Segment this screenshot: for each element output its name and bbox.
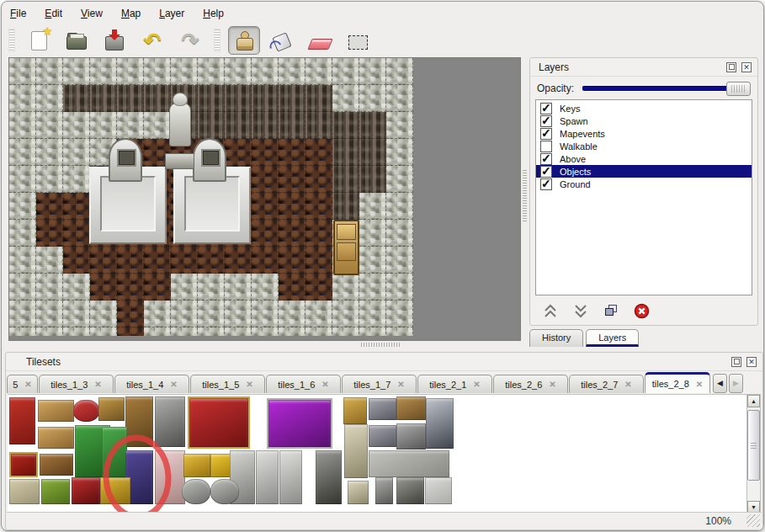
tile-portrait[interactable] — [343, 397, 367, 424]
move-layer-down-button[interactable] — [571, 302, 591, 319]
tileset-tab-tiles_2_6[interactable]: tiles_2_6✕ — [493, 375, 568, 393]
select-button[interactable] — [342, 26, 374, 55]
tile-desk-wood[interactable] — [396, 396, 426, 420]
close-tab-icon[interactable]: ✕ — [246, 380, 252, 389]
tileset-tab-tiles_2_8[interactable]: tiles_2_8✕ — [645, 372, 710, 393]
close-tab-icon[interactable]: ✕ — [696, 380, 703, 389]
tileset-tab-tiles_2_7[interactable]: tiles_2_7✕ — [569, 375, 644, 393]
tile-boulder[interactable] — [182, 479, 210, 504]
tile-banner-emblem[interactable] — [9, 452, 38, 477]
new-button[interactable] — [23, 26, 55, 55]
close-tab-icon[interactable]: ✕ — [170, 380, 177, 389]
layer-row-walkable[interactable]: Walkable — [536, 140, 752, 152]
tile-banner-red[interactable] — [9, 397, 35, 444]
tileset-tab-5[interactable]: 5✕ — [7, 375, 38, 393]
move-layer-up-button[interactable] — [540, 302, 560, 319]
tile-potted-plant[interactable] — [102, 427, 127, 477]
map-canvas[interactable] — [8, 57, 521, 341]
scroll-tabs-right-icon[interactable]: ▶ — [729, 374, 743, 393]
tile-cushion-red[interactable] — [73, 400, 99, 422]
tile-angel-statue[interactable] — [256, 450, 279, 504]
tile-chest-metal[interactable] — [369, 425, 396, 447]
tile-loom[interactable] — [38, 427, 74, 449]
delete-layer-button[interactable] — [631, 302, 651, 319]
redo-button[interactable] — [174, 26, 206, 55]
tile-gold-chain[interactable] — [183, 454, 210, 477]
close-panel-icon[interactable]: ✕ — [741, 62, 752, 72]
tile-stone-tablet[interactable] — [9, 479, 40, 504]
tile-bed[interactable] — [155, 450, 185, 504]
close-tab-icon[interactable]: ✕ — [549, 380, 555, 389]
layer-row-objects[interactable]: Objects — [536, 165, 752, 178]
tile-wall-dark-base[interactable] — [396, 477, 424, 504]
tile-loom[interactable] — [38, 400, 74, 422]
toolbar-drag-handle[interactable] — [214, 29, 220, 52]
close-tab-icon[interactable]: ✕ — [624, 380, 631, 389]
layer-visibility-checkbox[interactable] — [540, 115, 552, 127]
close-tab-icon[interactable]: ✕ — [94, 380, 101, 389]
close-tab-icon[interactable]: ✕ — [321, 380, 328, 389]
layer-row-spawn[interactable]: Spawn — [536, 114, 752, 127]
layer-visibility-checkbox[interactable] — [540, 128, 552, 140]
scroll-up-arrow-icon[interactable]: ▲ — [747, 395, 760, 407]
tileset-tab-tiles_2_1[interactable]: tiles_2_1✕ — [417, 375, 492, 393]
menu-layer[interactable]: Layer — [159, 8, 184, 19]
tile-wall-light[interactable] — [425, 477, 452, 504]
eraser-button[interactable] — [304, 26, 336, 55]
menu-view[interactable]: View — [81, 8, 103, 19]
fill-button[interactable] — [266, 26, 298, 55]
menu-help[interactable]: Help — [203, 8, 224, 19]
menu-map[interactable]: Map — [121, 8, 141, 19]
menu-file[interactable]: File — [10, 8, 26, 19]
layer-visibility-checkbox[interactable] — [540, 153, 552, 165]
tile-drum-red[interactable] — [72, 477, 100, 504]
tile-throne-purple[interactable] — [267, 398, 332, 449]
stamp-button[interactable] — [228, 26, 260, 55]
layer-visibility-checkbox[interactable] — [540, 166, 552, 178]
open-button[interactable] — [61, 26, 93, 55]
tileset-tab-tiles_1_6[interactable]: tiles_1_6✕ — [266, 375, 341, 393]
tile-obelisk-small[interactable] — [348, 481, 369, 504]
scroll-tabs-left-icon[interactable]: ◀ — [713, 374, 727, 393]
resize-grip[interactable] — [746, 514, 760, 527]
close-tab-icon[interactable]: ✕ — [473, 380, 480, 389]
duplicate-layer-button[interactable] — [601, 302, 621, 319]
tile-gold-cross[interactable] — [100, 477, 130, 504]
tab-history[interactable]: History — [529, 329, 583, 347]
undo-button[interactable] — [136, 26, 168, 55]
close-tab-icon[interactable]: ✕ — [24, 380, 31, 389]
float-panel-icon[interactable] — [726, 62, 736, 72]
menu-edit[interactable]: Edit — [45, 8, 62, 19]
layer-visibility-checkbox[interactable] — [540, 103, 552, 114]
tile-chest-metal[interactable] — [369, 398, 396, 420]
tile-door-wood[interactable] — [125, 396, 153, 447]
tileset-tab-tiles_1_7[interactable]: tiles_1_7✕ — [342, 375, 417, 393]
opacity-slider[interactable] — [582, 82, 751, 95]
layer-row-mapevents[interactable]: Mapevents — [536, 127, 752, 140]
tab-layers[interactable]: Layers — [586, 329, 639, 347]
tile-wall-blocks[interactable] — [369, 450, 449, 477]
opacity-slider-track[interactable] — [582, 86, 749, 91]
tile-armor-debris[interactable] — [396, 423, 426, 450]
toolbar-drag-handle[interactable] — [8, 29, 15, 52]
float-panel-icon[interactable] — [731, 357, 741, 367]
tile-gargoyle[interactable] — [316, 450, 342, 504]
tile-armor[interactable] — [426, 398, 454, 449]
tileset-scrollbar[interactable]: ▲ ▼ — [746, 394, 761, 514]
save-button[interactable] — [98, 26, 130, 55]
scrollbar-thumb[interactable] — [747, 410, 760, 481]
tile-pillar[interactable] — [375, 477, 393, 504]
layer-visibility-checkbox[interactable] — [540, 141, 552, 152]
close-panel-icon[interactable]: ✕ — [746, 357, 757, 367]
tileset-tab-tiles_1_5[interactable]: tiles_1_5✕ — [190, 375, 265, 393]
tile-obelisk[interactable] — [344, 424, 368, 478]
layer-visibility-checkbox[interactable] — [540, 178, 552, 190]
close-tab-icon[interactable]: ✕ — [397, 380, 404, 389]
vertical-splitter-handle[interactable] — [523, 170, 527, 222]
layer-row-ground[interactable]: Ground — [536, 178, 752, 190]
tileset-view[interactable] — [8, 394, 748, 514]
tile-flag-green[interactable] — [41, 479, 70, 504]
map-grid[interactable] — [9, 58, 414, 336]
tileset-tab-tiles_1_4[interactable]: tiles_1_4✕ — [114, 375, 189, 393]
horizontal-splitter-handle[interactable] — [361, 343, 401, 347]
